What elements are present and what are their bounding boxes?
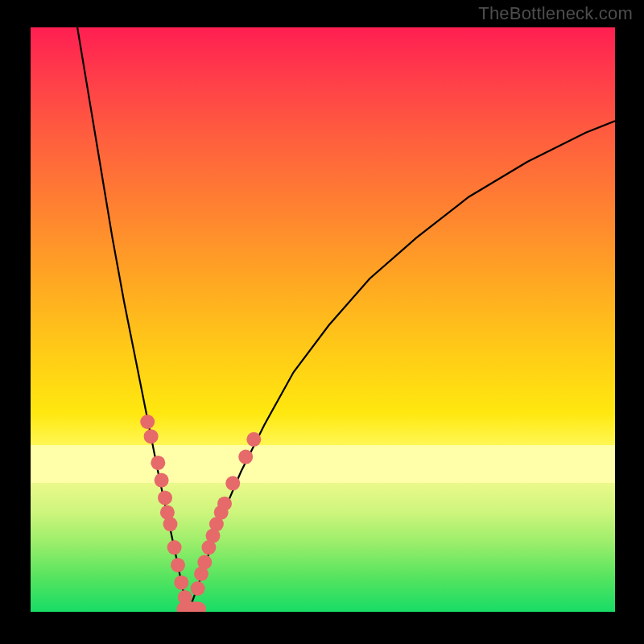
highlight-dot <box>158 490 172 505</box>
right-branch-curve <box>188 121 615 612</box>
highlight-dot <box>167 540 182 555</box>
highlight-dot <box>238 450 253 464</box>
highlight-dot <box>191 581 205 596</box>
plot-area <box>31 27 615 612</box>
highlight-dot <box>174 576 188 590</box>
highlight-dot <box>163 517 178 531</box>
watermark-text: TheBottleneck.com <box>478 3 633 24</box>
highlight-dots-left <box>140 415 192 605</box>
highlight-dot <box>197 555 212 569</box>
bottom-pill <box>177 601 206 612</box>
curve-layer <box>31 27 615 612</box>
highlight-dot <box>217 497 232 511</box>
chart-frame: TheBottleneck.com <box>0 0 644 644</box>
highlight-dot <box>246 432 261 447</box>
highlight-dot <box>140 415 155 429</box>
highlight-dot <box>144 429 159 444</box>
highlight-dot <box>155 473 169 488</box>
highlight-dot <box>151 456 165 470</box>
highlight-dot <box>225 476 240 490</box>
highlight-dot <box>171 558 185 572</box>
bottom-pill-rect <box>177 601 206 612</box>
highlight-dots-right <box>191 432 262 596</box>
